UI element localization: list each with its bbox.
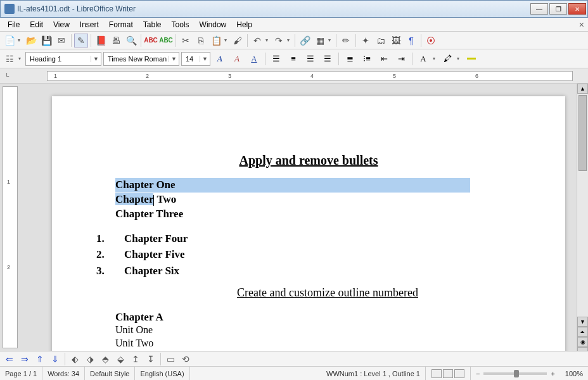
italic-button[interactable]: A [229, 52, 245, 66]
underline-button[interactable]: A [246, 52, 262, 66]
redo-button[interactable]: ↷ [272, 34, 286, 48]
bold-button[interactable]: A [212, 52, 227, 66]
menu-view[interactable]: View [48, 19, 75, 30]
help-button[interactable]: ⦿ [424, 34, 438, 48]
prev-page-icon[interactable]: ⏶ [577, 327, 588, 337]
insert-entry-button[interactable]: ▭ [163, 352, 177, 366]
scroll-down-icon[interactable]: ▼ [577, 317, 588, 327]
show-draw-button[interactable]: ✏ [339, 34, 353, 48]
highlight-dropdown[interactable]: ▾ [457, 56, 462, 61]
nav-up-button[interactable]: ⇑ [33, 352, 47, 366]
zoom-control[interactable]: − + [471, 367, 560, 380]
align-left-button[interactable]: ☰ [269, 52, 284, 66]
paste-dropdown[interactable]: ▾ [224, 37, 229, 43]
status-page[interactable]: Page 1 / 1 [0, 367, 42, 380]
zoom-thumb[interactable] [514, 370, 519, 377]
menu-file[interactable]: File [3, 19, 25, 30]
gallery-button[interactable]: 🖼 [389, 34, 403, 48]
increase-indent-button[interactable]: ⇥ [393, 52, 409, 66]
demote-button[interactable]: ⬗ [83, 352, 97, 366]
minimize-button[interactable]: — [530, 3, 548, 15]
status-context[interactable]: WWNum1 : Level 1 , Outline 1 [190, 367, 426, 380]
status-style[interactable]: Default Style [85, 367, 135, 380]
scroll-up-icon[interactable]: ▲ [577, 84, 588, 94]
styles-dropdown[interactable]: ▾ [18, 56, 23, 61]
export-pdf-button[interactable]: 📕 [94, 34, 108, 48]
single-page-view-button[interactable] [431, 369, 442, 378]
vertical-scrollbar[interactable]: ▲ ▼ ⏶ ◉ ⏷ [577, 84, 588, 351]
document-close-icon[interactable]: × [579, 20, 584, 30]
move-down-button[interactable]: ⬙ [113, 352, 127, 366]
print-button[interactable]: 🖶 [109, 34, 123, 48]
paste-button[interactable]: 📋 [209, 34, 223, 48]
status-language[interactable]: English (USA) [135, 367, 189, 380]
new-dropdown[interactable]: ▾ [18, 37, 23, 43]
edit-mode-button[interactable]: ✎ [74, 34, 88, 48]
table-dropdown[interactable]: ▾ [328, 37, 333, 43]
styles-button[interactable]: ☷ [3, 52, 16, 66]
menu-table[interactable]: Table [138, 19, 167, 30]
book-view-button[interactable] [454, 369, 464, 378]
zoom-in-icon[interactable]: + [551, 370, 554, 377]
close-button[interactable]: ✕ [568, 3, 586, 15]
bullet-list-button[interactable]: ⁝≡ [359, 52, 374, 66]
menu-insert[interactable]: Insert [75, 19, 104, 30]
zoom-slider[interactable] [483, 372, 547, 375]
document-viewport[interactable]: Apply and remove bullets Chapter One Cha… [20, 84, 577, 351]
undo-button[interactable]: ↶ [250, 34, 264, 48]
find-button[interactable]: ✦ [359, 34, 373, 48]
align-right-button[interactable]: ☰ [303, 52, 318, 66]
font-size-combo[interactable]: 14 ▼ [181, 52, 210, 66]
zoom-out-icon[interactable]: − [476, 370, 480, 377]
status-words[interactable]: Words: 34 [42, 367, 85, 380]
email-button[interactable]: ✉ [54, 34, 68, 48]
horizontal-ruler[interactable]: 1 2 3 4 5 6 [47, 71, 573, 81]
save-button[interactable]: 💾 [39, 34, 53, 48]
menu-edit[interactable]: Edit [25, 19, 48, 30]
outline-down-button[interactable]: ↧ [144, 352, 158, 366]
zoom-value[interactable]: 100% [560, 367, 588, 380]
font-color-button[interactable]: A [416, 52, 431, 66]
highlight-button[interactable]: 🖍 [440, 52, 455, 66]
copy-button[interactable]: ⎘ [194, 34, 208, 48]
paragraph-style-combo[interactable]: Heading 1 ▼ [25, 52, 101, 66]
undo-dropdown[interactable]: ▾ [265, 37, 271, 43]
navigator-button[interactable]: 🗂 [374, 34, 388, 48]
nav-back-button[interactable]: ⇐ [3, 352, 16, 366]
vertical-ruler[interactable]: 1 2 [3, 86, 18, 348]
spellcheck-button[interactable]: ABC [144, 34, 158, 48]
decrease-indent-button[interactable]: ⇤ [376, 52, 392, 66]
hyperlink-button[interactable]: 🔗 [298, 34, 312, 48]
scroll-thumb[interactable] [578, 95, 587, 171]
autospell-button[interactable]: ABC [159, 34, 173, 48]
move-up-button[interactable]: ⬘ [98, 352, 112, 366]
menu-format[interactable]: Format [104, 19, 138, 30]
align-justify-button[interactable]: ☰ [320, 52, 335, 66]
text-line: Unit One [115, 324, 502, 337]
format-paintbrush-button[interactable]: 🖌 [231, 34, 245, 48]
font-color-dropdown[interactable]: ▾ [433, 56, 438, 61]
table-button[interactable]: ▦ [313, 34, 327, 48]
redo-dropdown[interactable]: ▾ [287, 37, 292, 43]
open-button[interactable]: 📂 [24, 34, 38, 48]
new-button[interactable]: 📄 [3, 34, 16, 48]
nonprinting-button[interactable]: ¶ [404, 34, 418, 48]
menu-window[interactable]: Window [195, 19, 232, 30]
multi-page-view-button[interactable] [443, 369, 453, 378]
align-center-button[interactable]: ≡ [286, 52, 301, 66]
page[interactable]: Apply and remove bullets Chapter One Cha… [52, 96, 565, 351]
menu-tools[interactable]: Tools [167, 19, 195, 30]
font-name-combo[interactable]: Times New Roman ▼ [103, 52, 179, 66]
nav-forward-button[interactable]: ⇒ [18, 352, 32, 366]
print-preview-button[interactable]: 🔍 [124, 34, 138, 48]
nav-object-icon[interactable]: ◉ [577, 337, 588, 347]
restart-numbering-button[interactable]: ⟲ [179, 352, 193, 366]
numbered-list-button[interactable]: ≣ [342, 52, 357, 66]
cut-button[interactable]: ✂ [179, 34, 193, 48]
promote-button[interactable]: ⬖ [68, 352, 82, 366]
outline-up-button[interactable]: ↥ [129, 352, 143, 366]
nav-down-button[interactable]: ⇓ [48, 352, 62, 366]
maximize-button[interactable]: ❐ [549, 3, 567, 15]
background-color-button[interactable] [464, 52, 479, 66]
menu-help[interactable]: Help [231, 19, 257, 30]
